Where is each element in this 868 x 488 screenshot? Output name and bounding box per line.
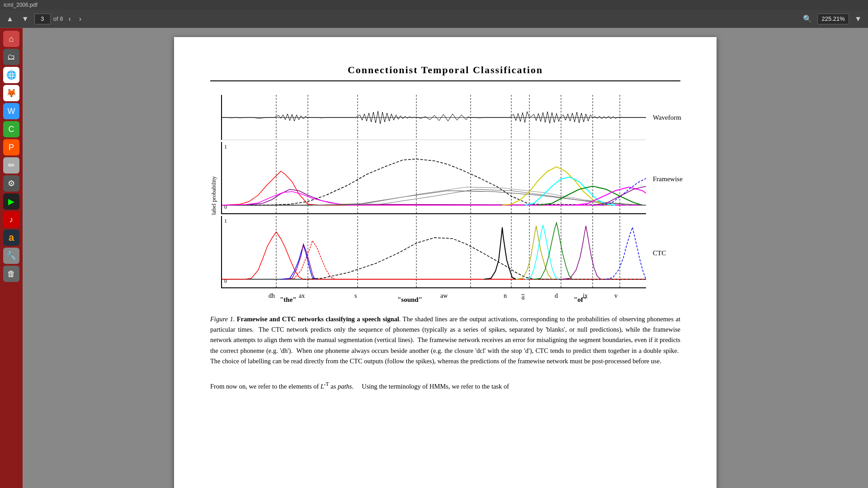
- phoneme-aw: aw: [440, 292, 448, 300]
- search-icon[interactable]: 🔍: [800, 13, 815, 25]
- sidebar-icon-firefox[interactable]: 🦊: [3, 85, 19, 101]
- nav-next-btn[interactable]: ›: [76, 13, 84, 25]
- scroll-down-btn[interactable]: ▼: [19, 13, 32, 25]
- phoneme-dcl: dcl: [520, 294, 525, 300]
- body-text: From now on, we refer to the elements of…: [210, 380, 680, 392]
- waveform-label: Waveform: [653, 114, 681, 122]
- framewise-chart: 1 0: [221, 142, 646, 214]
- figure-caption-bold: Framewise and CTC networks classifying a…: [237, 315, 399, 323]
- y-axis-label: label probability: [210, 176, 217, 215]
- word-of: "of": [574, 296, 587, 304]
- sidebar-icon-chrome[interactable]: 🌐: [3, 67, 19, 83]
- nav-prev-btn[interactable]: ‹: [66, 13, 73, 25]
- pdf-area[interactable]: Connectionist Temporal Classification la…: [23, 28, 868, 488]
- toolbar: ▲ ▼ of 8 ‹ › 🔍 ▼: [0, 10, 868, 28]
- sidebar-icon-files[interactable]: 🗂: [3, 49, 19, 65]
- figure-caption: Figure 1. Framewise and CTC networks cla…: [210, 314, 680, 366]
- zoom-input[interactable]: [817, 14, 849, 24]
- pdf-page: Connectionist Temporal Classification la…: [174, 37, 717, 488]
- sidebar-icon-amazon[interactable]: a: [3, 230, 19, 246]
- sidebar-icon-config[interactable]: ⚙: [3, 175, 19, 192]
- page-title: Connectionist Temporal Classification: [210, 64, 680, 81]
- framewise-label: Framewise: [653, 175, 683, 183]
- svg-text:0: 0: [224, 278, 227, 284]
- waveform-chart: [221, 95, 646, 140]
- phoneme-v: v: [614, 292, 618, 300]
- sidebar: ⌂ 🗂 🌐 🦊 W C P ✏ ⚙ ▶ ♪ a 🔧 🗑: [0, 28, 23, 488]
- phoneme-n: n: [504, 292, 507, 300]
- sidebar-icon-trash[interactable]: 🗑: [3, 266, 19, 282]
- page-input[interactable]: [34, 14, 51, 24]
- word-sound: "sound": [397, 296, 422, 304]
- sidebar-icon-writer[interactable]: W: [3, 103, 19, 119]
- main-area: ⌂ 🗂 🌐 🦊 W C P ✏ ⚙ ▶ ♪ a 🔧 🗑 Connectionis…: [0, 28, 868, 488]
- title-bar: icml_2006.pdf: [0, 0, 868, 10]
- sidebar-icon-calc[interactable]: C: [3, 121, 19, 137]
- figure-label: Figure 1.: [210, 315, 235, 323]
- svg-text:1: 1: [224, 144, 227, 150]
- phoneme-s: s: [354, 292, 357, 300]
- sidebar-icon-impress[interactable]: P: [3, 139, 19, 155]
- page-of-label: of 8: [53, 15, 63, 22]
- sidebar-icon-music[interactable]: ♪: [3, 211, 19, 228]
- window-title: icml_2006.pdf: [4, 2, 38, 8]
- zoom-dropdown-btn[interactable]: ▼: [852, 13, 864, 25]
- word-the: "the": [280, 296, 297, 304]
- phoneme-d: d: [555, 292, 558, 300]
- sidebar-icon-tools[interactable]: 🔧: [3, 248, 19, 264]
- sidebar-icon-draw[interactable]: ✏: [3, 157, 19, 174]
- sidebar-icon-terminal[interactable]: ▶: [3, 193, 19, 210]
- ctc-label: CTC: [653, 249, 666, 257]
- phoneme-dh: dh: [269, 292, 275, 300]
- figure-container: label probability: [210, 95, 680, 366]
- phoneme-ax: ax: [299, 292, 305, 300]
- scroll-up-btn[interactable]: ▲: [4, 13, 16, 25]
- ctc-chart: 1 0: [221, 216, 646, 288]
- sidebar-icon-home[interactable]: ⌂: [3, 31, 19, 47]
- svg-text:1: 1: [224, 218, 227, 224]
